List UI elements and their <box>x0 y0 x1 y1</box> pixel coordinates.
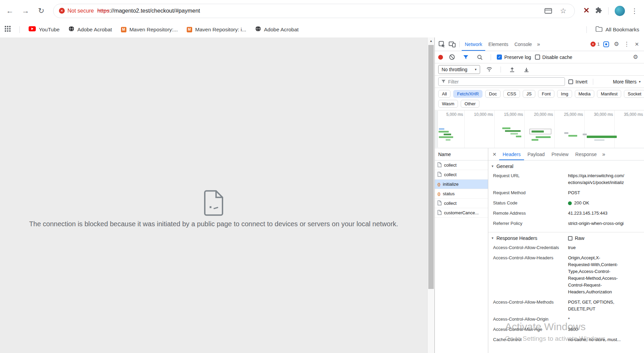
request-row[interactable]: collect <box>435 199 488 208</box>
export-har-icon[interactable] <box>521 64 532 75</box>
throttling-select[interactable]: No throttling ▾ <box>438 65 480 74</box>
back-button[interactable]: ← <box>3 4 17 18</box>
header-value: Origin,Accept,X- Requested-With,Content-… <box>568 255 643 295</box>
request-row[interactable]: {} status <box>435 189 488 199</box>
network-log: Name collect collect {} initialize { <box>435 148 644 353</box>
request-row[interactable]: collect <box>435 170 488 180</box>
bookmark-item-maven-1[interactable]: M Maven Repository:... <box>121 27 178 33</box>
inspect-element-icon[interactable] <box>437 39 447 49</box>
omnibox[interactable]: ✕ Not secure https://magento2.test/check… <box>53 4 575 18</box>
devtools-settings-icon[interactable]: ⚙ <box>611 39 622 49</box>
tab-elements[interactable]: Elements <box>485 37 511 51</box>
more-tabs-icon[interactable]: » <box>535 41 542 47</box>
import-har-icon[interactable] <box>507 64 517 75</box>
payment-card-icon[interactable] <box>542 8 554 14</box>
network-settings-icon[interactable]: ⚙ <box>630 52 641 62</box>
name-column-header[interactable]: Name <box>435 148 488 160</box>
all-bookmarks-button[interactable]: All Bookmarks <box>596 26 639 33</box>
bookmark-item-acrobat[interactable]: Adobe Acrobat <box>68 26 112 33</box>
request-row[interactable]: {} initialize <box>435 180 488 189</box>
error-counter[interactable]: ✕ 1 <box>589 42 601 47</box>
apps-grid-icon[interactable] <box>5 26 11 33</box>
chip-img[interactable]: Img <box>557 90 572 98</box>
tab-headers[interactable]: Headers <box>499 148 524 160</box>
browser-menu-icon[interactable]: ⋮ <box>631 7 637 15</box>
header-key: Request URL <box>493 172 565 186</box>
request-details-panel: ✕ Headers Payload Preview Response » ▼ G… <box>488 148 644 353</box>
more-filters-button[interactable]: More filters ▾ <box>613 79 641 85</box>
close-details-icon[interactable]: ✕ <box>490 152 499 157</box>
disable-cache-checkbox[interactable] <box>535 55 540 60</box>
reload-button[interactable]: ↻ <box>34 4 48 18</box>
extension-action-icon[interactable] <box>584 7 589 14</box>
blocked-message: The connection is blocked because it was… <box>0 220 427 228</box>
network-overview-bar <box>444 134 451 135</box>
tab-payload[interactable]: Payload <box>524 148 548 160</box>
chip-font[interactable]: Font <box>538 90 554 98</box>
network-conditions-icon[interactable] <box>484 64 494 75</box>
content-area: The connection is blocked because it was… <box>0 37 644 353</box>
tab-preview[interactable]: Preview <box>548 148 572 160</box>
network-overview-bar <box>439 128 444 130</box>
device-toolbar-icon[interactable] <box>447 39 457 49</box>
header-key: Request Method <box>493 189 565 196</box>
scrollbar-up-icon[interactable]: ▲ <box>428 39 434 43</box>
response-headers-section-header[interactable]: ▼ Response Headers Raw <box>488 232 644 243</box>
filter-toggle-icon[interactable] <box>461 52 471 62</box>
general-row: Request URL https://qa.interswitchng.com… <box>488 171 644 188</box>
bookmark-item-maven-2[interactable]: M Maven Repository: i... <box>187 27 246 33</box>
chip-js[interactable]: JS <box>523 90 535 98</box>
error-icon: ✕ <box>591 42 596 47</box>
header-key: Access-Control-Allow-Credentials <box>493 244 565 251</box>
preserve-log-checkbox[interactable]: ✓ <box>497 55 502 60</box>
devtools-close-icon[interactable]: ✕ <box>632 39 642 49</box>
more-filters-label: More filters <box>613 79 637 85</box>
chip-manifest[interactable]: Manifest <box>597 90 621 98</box>
general-section-header[interactable]: ▼ General <box>488 160 644 171</box>
chip-doc[interactable]: Doc <box>485 90 501 98</box>
bookmark-item-acrobat-2[interactable]: Adobe Acrobat <box>255 26 299 33</box>
devtools-menu-icon[interactable]: ⋮ <box>622 39 632 49</box>
chip-other[interactable]: Other <box>461 100 479 108</box>
chip-wasm[interactable]: Wasm <box>438 100 458 108</box>
more-detail-tabs-icon[interactable]: » <box>600 151 607 157</box>
invert-checkbox[interactable] <box>568 79 573 84</box>
header-key: Access-Control-Allow-Methods <box>493 299 565 312</box>
devtools-divider <box>459 41 460 47</box>
request-row[interactable]: customerCance... <box>435 208 488 218</box>
chip-media[interactable]: Media <box>575 90 594 98</box>
tab-console[interactable]: Console <box>511 37 535 51</box>
extension-panel-icon[interactable] <box>601 39 611 49</box>
bookmark-item-youtube[interactable]: YouTube <box>29 26 60 33</box>
scrollbar-thumb[interactable] <box>428 45 434 289</box>
timeline-label: 5,000 ms <box>446 112 463 117</box>
network-overview-bar <box>516 136 521 137</box>
filter-input[interactable] <box>448 79 562 85</box>
profile-avatar[interactable] <box>615 6 625 16</box>
xhr-icon: {} <box>438 182 441 186</box>
tab-network[interactable]: Network <box>462 37 485 51</box>
network-overview[interactable]: 5,000 ms 10,000 ms 15,000 ms 20,000 ms 2… <box>435 110 644 148</box>
network-overview-bar <box>532 131 544 133</box>
bookmarks-divider <box>19 26 20 33</box>
network-overview-bar <box>502 127 510 129</box>
extensions-puzzle-icon[interactable] <box>595 7 602 15</box>
security-chip[interactable]: ✕ Not secure <box>59 8 94 14</box>
page-scrollbar[interactable]: ▲ <box>427 37 434 353</box>
chip-all[interactable]: All <box>438 90 450 98</box>
bookmark-star-icon[interactable]: ☆ <box>557 7 569 15</box>
tab-response[interactable]: Response <box>572 148 600 160</box>
forward-button[interactable]: → <box>18 4 33 18</box>
search-icon[interactable] <box>475 52 485 62</box>
request-row[interactable]: collect <box>435 160 488 170</box>
request-name: customerCance... <box>444 210 479 215</box>
record-network-log-button[interactable] <box>438 55 443 60</box>
clear-network-log-icon[interactable] <box>447 52 457 62</box>
network-overview-bar <box>594 139 604 141</box>
filter-input-box[interactable] <box>438 77 565 86</box>
chip-socket[interactable]: Socket <box>624 90 644 98</box>
chip-fetch-xhr[interactable]: Fetch/XHR <box>453 90 482 98</box>
chip-css[interactable]: CSS <box>503 90 520 98</box>
raw-toggle-group: Raw <box>568 235 641 241</box>
raw-checkbox[interactable] <box>568 236 572 241</box>
